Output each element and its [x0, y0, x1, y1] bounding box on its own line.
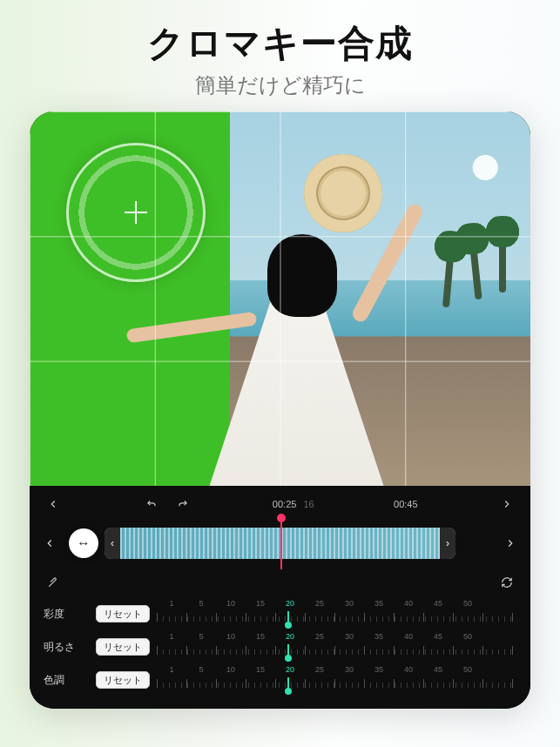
- promo-header: クロマキー合成 簡単だけど精巧に: [0, 0, 560, 111]
- palm-tree-icon: [499, 232, 506, 293]
- tick-labels: 15101520253035404550: [157, 632, 516, 641]
- slider-thumb[interactable]: [287, 677, 289, 691]
- param-slider[interactable]: 15101520253035404550: [157, 634, 516, 660]
- param-slider[interactable]: 15101520253035404550: [157, 667, 516, 693]
- page-subtitle: 簡単だけど精巧に: [0, 71, 560, 99]
- param-label: 彩度: [44, 607, 89, 622]
- param-saturation: 彩度 リセット 15101520253035404550: [38, 597, 522, 630]
- time-display: 00:25 16: [273, 499, 314, 509]
- param-slider[interactable]: 15101520253035404550: [157, 601, 516, 627]
- param-brightness: 明るさ リセット 15101520253035404550: [38, 630, 522, 663]
- hair-shape: [267, 234, 337, 317]
- refresh-button[interactable]: [497, 573, 516, 592]
- reset-button[interactable]: リセット: [96, 671, 150, 689]
- drag-icon: ↔: [77, 535, 91, 551]
- total-time: 00:45: [394, 499, 418, 509]
- clip-trim-right-handle[interactable]: ›: [440, 528, 455, 559]
- timeline[interactable]: ‹ › ↔: [61, 522, 499, 564]
- frame-number: 16: [303, 499, 314, 509]
- current-time: 00:25: [273, 499, 297, 509]
- param-hue: 色調 リセット 15101520253035404550: [38, 663, 522, 697]
- timeline-step-left-button[interactable]: [40, 534, 59, 553]
- slider-thumb[interactable]: [287, 611, 289, 625]
- controls-panel: 00:25 16 00:45 ‹ › ↔: [30, 486, 530, 709]
- editor-card: 00:25 16 00:45 ‹ › ↔: [30, 111, 530, 709]
- page-title: クロマキー合成: [0, 19, 560, 68]
- playhead[interactable]: [280, 517, 282, 569]
- prev-frame-button[interactable]: [44, 495, 63, 514]
- tick-labels: 15101520253035404550: [157, 665, 516, 674]
- reset-button[interactable]: リセット: [96, 605, 150, 622]
- arm-shape: [125, 311, 257, 343]
- palm-tree-icon: [442, 246, 455, 307]
- reset-button[interactable]: リセット: [96, 638, 150, 656]
- next-frame-button[interactable]: [497, 495, 516, 514]
- param-label: 色調: [44, 673, 89, 688]
- timeline-step-right-button[interactable]: [501, 534, 520, 553]
- tick-labels: 15101520253035404550: [157, 599, 516, 608]
- clip-trim-left-handle[interactable]: ‹: [105, 528, 120, 559]
- preview-canvas[interactable]: [30, 111, 530, 486]
- undo-button[interactable]: [142, 495, 161, 514]
- redo-button[interactable]: [173, 495, 192, 514]
- color-picker-reticle[interactable]: [66, 143, 206, 282]
- param-label: 明るさ: [44, 640, 89, 655]
- clip-drag-handle[interactable]: ↔: [69, 528, 98, 558]
- slider-thumb[interactable]: [287, 644, 289, 658]
- eyedropper-button[interactable]: [44, 573, 63, 592]
